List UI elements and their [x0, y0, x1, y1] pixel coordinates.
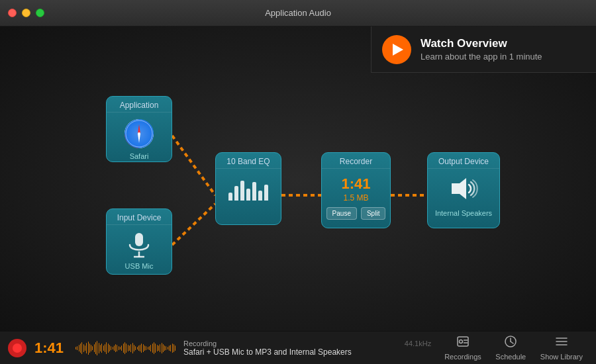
- recorder-buttons: Pause Split: [326, 207, 386, 220]
- record-dot-inner: [13, 343, 22, 353]
- application-node-label: Safari: [130, 152, 149, 160]
- svg-line-1: [172, 204, 215, 245]
- watch-subtitle: Learn about the app in 1 minute: [421, 52, 542, 62]
- close-button[interactable]: [8, 9, 17, 17]
- safari-icon: [124, 119, 154, 148]
- watch-play-button[interactable]: [382, 35, 411, 64]
- input-device-node[interactable]: Input Device USB Mic: [106, 208, 172, 275]
- recording-detail: Safari + USB Mic to MP3 and Internal Spe…: [183, 347, 352, 357]
- recorder-size: 1.5 MB: [343, 193, 368, 203]
- show-library-icon: [555, 335, 568, 351]
- schedule-label: Schedule: [495, 353, 526, 361]
- svg-marker-7: [138, 134, 140, 143]
- maximize-button[interactable]: [36, 9, 44, 17]
- eq-node[interactable]: 10 Band EQ: [215, 152, 281, 225]
- input-node-body: USB Mic: [107, 225, 172, 277]
- bottom-info: Recording Safari + USB Mic to MP3 and In…: [183, 340, 431, 357]
- play-icon: [393, 44, 403, 56]
- window-title: Application Audio: [265, 8, 331, 18]
- pause-button[interactable]: Pause: [326, 207, 357, 220]
- svg-point-8: [138, 132, 140, 135]
- input-node-title: Input Device: [107, 209, 172, 225]
- schedule-button[interactable]: Schedule: [489, 332, 532, 363]
- output-node-body: Internal Speakers: [428, 169, 499, 224]
- input-node-label: USB Mic: [125, 262, 154, 270]
- window-controls: [8, 9, 44, 17]
- bottombar: 1:41 Recording Safari + USB Mic to MP3 a…: [0, 331, 596, 364]
- watch-banner[interactable]: Watch Overview Learn about the app in 1 …: [371, 26, 596, 73]
- svg-rect-9: [135, 233, 143, 246]
- eq-bar-6: [258, 191, 262, 201]
- recordings-icon: [456, 335, 470, 351]
- recorder-time: 1:41: [341, 175, 370, 193]
- main-canvas: Watch Overview Learn about the app in 1 …: [0, 26, 596, 331]
- output-node-label: Internal Speakers: [435, 209, 492, 217]
- svg-point-4: [124, 119, 154, 148]
- recorder-node-body: 1:41 1.5 MB Pause Split: [322, 169, 390, 226]
- eq-bar-3: [240, 181, 244, 201]
- bottom-actions: Recordings Schedule Show Library: [439, 332, 588, 363]
- application-node-title: Application: [107, 97, 172, 113]
- split-button[interactable]: Split: [361, 207, 385, 220]
- titlebar: Application Audio: [0, 0, 596, 26]
- watch-title: Watch Overview: [421, 37, 542, 50]
- application-node-body: Safari: [107, 113, 172, 167]
- waveform: [75, 340, 175, 356]
- sample-rate: 44.1kHz: [405, 340, 431, 347]
- output-node-title: Output Device: [428, 153, 499, 169]
- minimize-button[interactable]: [22, 9, 30, 17]
- svg-marker-6: [138, 124, 140, 134]
- watch-text: Watch Overview Learn about the app in 1 …: [421, 37, 542, 62]
- show-library-label: Show Library: [540, 353, 583, 361]
- svg-point-14: [459, 340, 462, 343]
- application-node[interactable]: Application Safari: [106, 96, 172, 162]
- eq-node-body: [216, 169, 281, 207]
- recordings-button[interactable]: Recordings: [439, 332, 487, 363]
- eq-bar-1: [228, 193, 232, 201]
- recording-label: Recording: [183, 340, 352, 347]
- schedule-icon: [504, 335, 517, 351]
- eq-bar-7: [264, 185, 268, 201]
- microphone-icon: [127, 232, 151, 258]
- speaker-icon: [448, 175, 479, 205]
- recorder-node-title: Recorder: [322, 153, 390, 169]
- eq-bar-4: [246, 189, 250, 201]
- svg-line-0: [172, 136, 215, 195]
- record-indicator: [8, 339, 26, 357]
- svg-point-5: [126, 120, 152, 147]
- svg-marker-12: [452, 178, 466, 199]
- eq-node-title: 10 Band EQ: [216, 153, 281, 169]
- recordings-label: Recordings: [444, 353, 481, 361]
- show-library-button[interactable]: Show Library: [535, 332, 588, 363]
- bottom-time: 1:41: [34, 340, 68, 357]
- recorder-node[interactable]: Recorder 1:41 1.5 MB Pause Split: [321, 152, 391, 228]
- eq-bar-2: [234, 186, 238, 201]
- output-device-node[interactable]: Output Device Internal Speakers: [427, 152, 500, 228]
- eq-bars: [226, 175, 271, 201]
- svg-line-19: [511, 341, 513, 343]
- eq-bar-5: [252, 182, 256, 201]
